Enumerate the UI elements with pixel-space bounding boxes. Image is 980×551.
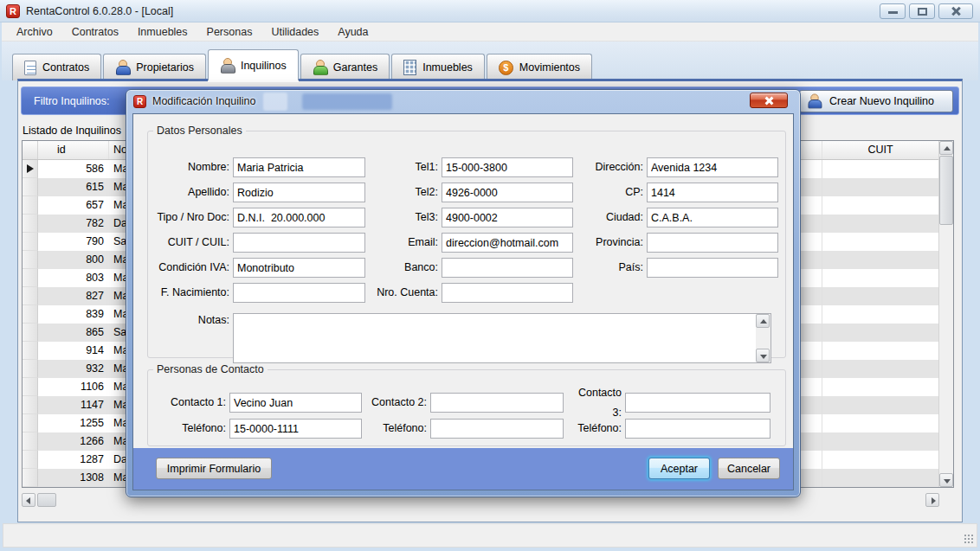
vertical-scroll-thumb[interactable] bbox=[939, 156, 953, 225]
cancel-button[interactable]: Cancelar bbox=[718, 458, 780, 479]
cell-id[interactable]: 839 bbox=[38, 305, 109, 324]
field-input[interactable] bbox=[442, 157, 573, 177]
row-header-cell[interactable] bbox=[23, 360, 38, 378]
close-button[interactable] bbox=[938, 3, 973, 19]
field-input[interactable] bbox=[442, 208, 573, 227]
row-header-cell[interactable] bbox=[23, 305, 38, 324]
cell-id[interactable]: 586 bbox=[38, 160, 109, 178]
field-input[interactable] bbox=[647, 258, 778, 278]
cell-id[interactable]: 790 bbox=[38, 233, 109, 251]
row-header-cell[interactable] bbox=[23, 233, 38, 251]
dialog-titlebar[interactable]: R Modificación Inquilino bbox=[126, 90, 800, 113]
menu-item[interactable]: Personas bbox=[197, 24, 262, 40]
cell-cuit[interactable] bbox=[822, 469, 938, 487]
print-form-button[interactable]: Imprimir Formulario bbox=[156, 458, 272, 479]
cell-id[interactable]: 1266 bbox=[38, 432, 109, 451]
create-new-tenant-button[interactable]: Crear Nuevo Inquilino bbox=[799, 90, 953, 112]
column-header-cuit[interactable]: CUIT bbox=[822, 141, 938, 159]
row-header-cell[interactable] bbox=[23, 287, 38, 305]
field-input[interactable] bbox=[233, 233, 365, 253]
scroll-right-button[interactable] bbox=[925, 493, 939, 507]
tab-garantes[interactable]: Garantes bbox=[300, 54, 390, 80]
minimize-button[interactable] bbox=[880, 3, 906, 19]
cell-cuit[interactable] bbox=[822, 432, 938, 451]
row-header-cell[interactable] bbox=[23, 432, 38, 451]
field-input[interactable] bbox=[442, 258, 573, 278]
phone-input[interactable] bbox=[229, 419, 362, 439]
notes-scrollbar[interactable] bbox=[756, 314, 770, 362]
cell-cuit[interactable] bbox=[822, 178, 938, 196]
field-input[interactable] bbox=[233, 157, 365, 177]
cell-cuit[interactable] bbox=[822, 160, 938, 178]
cell-cuit[interactable] bbox=[822, 251, 938, 269]
cell-id[interactable]: 803 bbox=[38, 269, 109, 287]
row-header-cell[interactable] bbox=[23, 324, 38, 342]
menu-item[interactable]: Inmuebles bbox=[128, 24, 197, 40]
cell-id[interactable]: 1147 bbox=[38, 396, 109, 414]
contact-input[interactable] bbox=[625, 393, 770, 413]
resize-grip[interactable] bbox=[964, 534, 974, 544]
contact-input[interactable] bbox=[430, 393, 564, 413]
row-header-cell[interactable] bbox=[23, 451, 38, 469]
row-header-cell[interactable] bbox=[23, 196, 38, 215]
menu-item[interactable]: Utilidades bbox=[261, 24, 328, 40]
cell-id[interactable]: 865 bbox=[38, 324, 109, 342]
cell-id[interactable]: 827 bbox=[38, 287, 109, 305]
cell-cuit[interactable] bbox=[822, 342, 938, 360]
cell-cuit[interactable] bbox=[822, 360, 938, 378]
cell-id[interactable]: 1308 bbox=[38, 469, 109, 487]
cell-id[interactable]: 932 bbox=[38, 360, 109, 378]
field-input[interactable] bbox=[233, 183, 365, 202]
tab-inquilinos[interactable]: Inquilinos bbox=[208, 49, 299, 80]
row-header-cell[interactable] bbox=[23, 178, 38, 196]
accept-button[interactable]: Aceptar bbox=[648, 458, 710, 479]
cell-cuit[interactable] bbox=[822, 324, 938, 342]
dialog-close-button[interactable] bbox=[750, 93, 788, 108]
tab-contratos[interactable]: Contratos bbox=[12, 54, 101, 80]
cell-cuit[interactable] bbox=[822, 215, 938, 233]
cell-id[interactable]: 914 bbox=[38, 342, 109, 360]
cell-cuit[interactable] bbox=[822, 287, 938, 305]
cell-cuit[interactable] bbox=[822, 378, 938, 396]
row-header-cell[interactable] bbox=[23, 469, 38, 487]
horizontal-scroll-thumb[interactable] bbox=[37, 493, 56, 507]
field-input[interactable] bbox=[647, 208, 778, 227]
notes-textarea[interactable] bbox=[233, 313, 771, 363]
phone-input[interactable] bbox=[430, 419, 564, 439]
cell-id[interactable]: 782 bbox=[38, 215, 109, 233]
cell-id[interactable]: 800 bbox=[38, 251, 109, 269]
field-input[interactable] bbox=[647, 157, 778, 177]
scroll-down-button[interactable] bbox=[756, 349, 770, 362]
row-header-cell[interactable] bbox=[23, 251, 38, 269]
field-input[interactable] bbox=[647, 233, 778, 253]
cell-cuit[interactable] bbox=[822, 414, 938, 432]
cell-cuit[interactable] bbox=[822, 451, 938, 469]
cell-id[interactable]: 1255 bbox=[38, 414, 109, 432]
field-input[interactable] bbox=[442, 233, 573, 253]
tab-movimientos[interactable]: $ Movimientos bbox=[487, 54, 592, 80]
row-header-cell[interactable] bbox=[23, 396, 38, 414]
cell-id[interactable]: 615 bbox=[38, 178, 109, 196]
row-header-cell[interactable] bbox=[23, 342, 38, 360]
maximize-button[interactable] bbox=[909, 3, 935, 19]
field-input[interactable] bbox=[442, 183, 573, 202]
row-header-cell[interactable] bbox=[23, 215, 38, 233]
cell-id[interactable]: 1287 bbox=[38, 451, 109, 469]
field-input[interactable] bbox=[233, 208, 365, 227]
cell-id[interactable]: 1106 bbox=[38, 378, 109, 396]
tab-inmuebles[interactable]: Inmuebles bbox=[391, 54, 485, 80]
scroll-up-button[interactable] bbox=[756, 314, 770, 328]
contact-input[interactable] bbox=[229, 393, 362, 413]
menu-item[interactable]: Ayuda bbox=[328, 24, 377, 40]
row-header-cell[interactable] bbox=[23, 160, 38, 178]
scroll-down-button[interactable] bbox=[939, 473, 953, 487]
cell-id[interactable]: 657 bbox=[38, 196, 109, 215]
cell-cuit[interactable] bbox=[822, 269, 938, 287]
scroll-left-button[interactable] bbox=[22, 493, 35, 507]
menu-item[interactable]: Contratos bbox=[62, 24, 128, 40]
vertical-scrollbar[interactable] bbox=[938, 141, 953, 487]
menu-item[interactable]: Archivo bbox=[7, 24, 62, 40]
cell-cuit[interactable] bbox=[822, 233, 938, 251]
field-input[interactable] bbox=[442, 283, 573, 303]
row-header-cell[interactable] bbox=[23, 269, 38, 287]
